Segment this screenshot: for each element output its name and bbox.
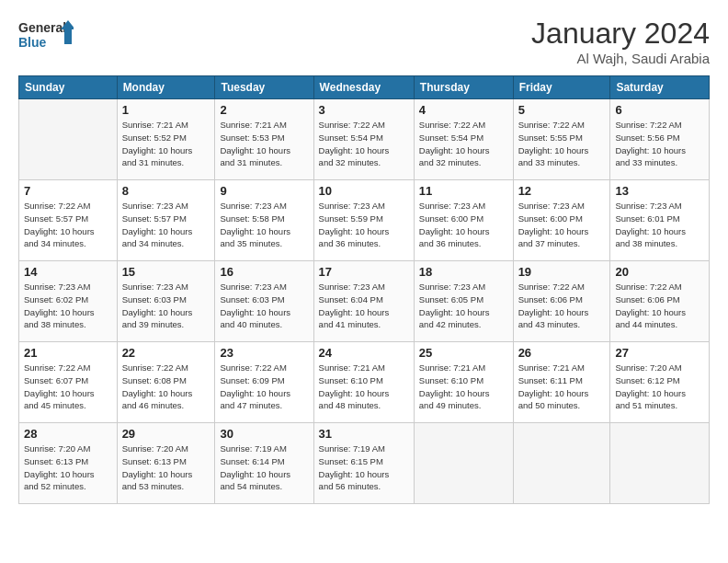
day-number: 2: [220, 103, 308, 117]
calendar-cell: 5Sunrise: 7:22 AMSunset: 5:55 PMDaylight…: [513, 99, 610, 180]
day-detail: Sunrise: 7:23 AMSunset: 6:01 PMDaylight:…: [615, 200, 704, 250]
day-number: 1: [122, 103, 210, 117]
col-monday: Monday: [117, 76, 215, 99]
day-detail: Sunrise: 7:21 AMSunset: 6:10 PMDaylight:…: [419, 362, 508, 412]
calendar-cell: 11Sunrise: 7:23 AMSunset: 6:00 PMDayligh…: [414, 180, 513, 261]
month-title: January 2024: [531, 17, 710, 51]
day-detail: Sunrise: 7:23 AMSunset: 6:05 PMDaylight:…: [419, 281, 508, 331]
logo-svg: General Blue: [18, 17, 74, 53]
day-detail: Sunrise: 7:19 AMSunset: 6:15 PMDaylight:…: [319, 442, 409, 493]
day-detail: Sunrise: 7:20 AMSunset: 6:13 PMDaylight:…: [24, 442, 112, 493]
calendar-cell: 7Sunrise: 7:22 AMSunset: 5:57 PMDaylight…: [19, 180, 118, 261]
calendar-cell: 21Sunrise: 7:22 AMSunset: 6:07 PMDayligh…: [19, 342, 118, 423]
day-detail: Sunrise: 7:21 AMSunset: 6:10 PMDaylight:…: [319, 362, 409, 412]
day-number: 18: [419, 265, 508, 279]
day-number: 11: [419, 184, 508, 198]
col-sunday: Sunday: [19, 76, 118, 99]
calendar-cell: 17Sunrise: 7:23 AMSunset: 6:04 PMDayligh…: [313, 261, 414, 342]
day-detail: Sunrise: 7:22 AMSunset: 6:06 PMDaylight:…: [518, 281, 606, 331]
calendar-cell: 23Sunrise: 7:22 AMSunset: 6:09 PMDayligh…: [215, 342, 313, 423]
day-number: 21: [24, 346, 112, 360]
calendar-cell: [610, 423, 710, 504]
day-number: 24: [319, 346, 409, 360]
calendar-cell: 22Sunrise: 7:22 AMSunset: 6:08 PMDayligh…: [117, 342, 215, 423]
calendar-cell: 29Sunrise: 7:20 AMSunset: 6:13 PMDayligh…: [117, 423, 215, 504]
day-detail: Sunrise: 7:23 AMSunset: 6:02 PMDaylight:…: [24, 281, 112, 331]
calendar-body: 1Sunrise: 7:21 AMSunset: 5:52 PMDaylight…: [19, 99, 710, 504]
calendar-cell: 14Sunrise: 7:23 AMSunset: 6:02 PMDayligh…: [19, 261, 118, 342]
calendar-cell: [414, 423, 513, 504]
calendar-week-3: 14Sunrise: 7:23 AMSunset: 6:02 PMDayligh…: [19, 261, 710, 342]
col-tuesday: Tuesday: [215, 76, 313, 99]
calendar-cell: 18Sunrise: 7:23 AMSunset: 6:05 PMDayligh…: [414, 261, 513, 342]
day-number: 16: [220, 265, 308, 279]
logo: General Blue: [18, 17, 74, 53]
day-number: 8: [122, 184, 210, 198]
calendar-cell: 31Sunrise: 7:19 AMSunset: 6:15 PMDayligh…: [313, 423, 414, 504]
header-row: Sunday Monday Tuesday Wednesday Thursday…: [19, 76, 710, 99]
day-number: 23: [220, 346, 308, 360]
calendar-cell: 1Sunrise: 7:21 AMSunset: 5:52 PMDaylight…: [117, 99, 215, 180]
day-number: 29: [122, 427, 210, 441]
day-detail: Sunrise: 7:20 AMSunset: 6:13 PMDaylight:…: [122, 442, 210, 493]
day-detail: Sunrise: 7:19 AMSunset: 6:14 PMDaylight:…: [220, 442, 308, 493]
col-saturday: Saturday: [610, 76, 710, 99]
calendar-cell: 19Sunrise: 7:22 AMSunset: 6:06 PMDayligh…: [513, 261, 610, 342]
day-detail: Sunrise: 7:21 AMSunset: 5:52 PMDaylight:…: [122, 119, 210, 169]
day-number: 31: [319, 427, 409, 441]
day-detail: Sunrise: 7:23 AMSunset: 6:04 PMDaylight:…: [319, 281, 409, 331]
calendar-cell: 13Sunrise: 7:23 AMSunset: 6:01 PMDayligh…: [610, 180, 710, 261]
day-detail: Sunrise: 7:23 AMSunset: 5:57 PMDaylight:…: [122, 200, 210, 250]
day-detail: Sunrise: 7:22 AMSunset: 6:07 PMDaylight:…: [24, 362, 112, 412]
day-number: 5: [518, 103, 606, 117]
svg-text:Blue: Blue: [18, 35, 47, 50]
calendar-cell: 20Sunrise: 7:22 AMSunset: 6:06 PMDayligh…: [610, 261, 710, 342]
day-number: 19: [518, 265, 606, 279]
calendar-header: Sunday Monday Tuesday Wednesday Thursday…: [19, 76, 710, 99]
svg-text:General: General: [18, 20, 66, 35]
calendar-cell: 25Sunrise: 7:21 AMSunset: 6:10 PMDayligh…: [414, 342, 513, 423]
day-detail: Sunrise: 7:22 AMSunset: 5:56 PMDaylight:…: [615, 119, 704, 169]
calendar-cell: 15Sunrise: 7:23 AMSunset: 6:03 PMDayligh…: [117, 261, 215, 342]
day-number: 27: [615, 346, 704, 360]
day-detail: Sunrise: 7:23 AMSunset: 6:03 PMDaylight:…: [220, 281, 308, 331]
day-detail: Sunrise: 7:22 AMSunset: 5:57 PMDaylight:…: [24, 200, 112, 250]
col-thursday: Thursday: [414, 76, 513, 99]
calendar-cell: 10Sunrise: 7:23 AMSunset: 5:59 PMDayligh…: [313, 180, 414, 261]
col-friday: Friday: [513, 76, 610, 99]
col-wednesday: Wednesday: [313, 76, 414, 99]
calendar-cell: [19, 99, 118, 180]
calendar-cell: 30Sunrise: 7:19 AMSunset: 6:14 PMDayligh…: [215, 423, 313, 504]
day-detail: Sunrise: 7:20 AMSunset: 6:12 PMDaylight:…: [615, 362, 704, 412]
day-detail: Sunrise: 7:22 AMSunset: 5:54 PMDaylight:…: [419, 119, 508, 169]
calendar-cell: 27Sunrise: 7:20 AMSunset: 6:12 PMDayligh…: [610, 342, 710, 423]
calendar-week-4: 21Sunrise: 7:22 AMSunset: 6:07 PMDayligh…: [19, 342, 710, 423]
calendar-week-1: 1Sunrise: 7:21 AMSunset: 5:52 PMDaylight…: [19, 99, 710, 180]
day-number: 13: [615, 184, 704, 198]
day-number: 22: [122, 346, 210, 360]
title-block: January 2024 Al Wajh, Saudi Arabia: [531, 17, 710, 66]
day-detail: Sunrise: 7:23 AMSunset: 6:00 PMDaylight:…: [419, 200, 508, 250]
calendar-cell: 2Sunrise: 7:21 AMSunset: 5:53 PMDaylight…: [215, 99, 313, 180]
day-number: 6: [615, 103, 704, 117]
calendar-table: Sunday Monday Tuesday Wednesday Thursday…: [18, 75, 710, 504]
day-detail: Sunrise: 7:22 AMSunset: 6:06 PMDaylight:…: [615, 281, 704, 331]
calendar-cell: 8Sunrise: 7:23 AMSunset: 5:57 PMDaylight…: [117, 180, 215, 261]
day-number: 15: [122, 265, 210, 279]
day-detail: Sunrise: 7:21 AMSunset: 5:53 PMDaylight:…: [220, 119, 308, 169]
day-detail: Sunrise: 7:23 AMSunset: 5:59 PMDaylight:…: [319, 200, 409, 250]
day-number: 26: [518, 346, 606, 360]
day-number: 28: [24, 427, 112, 441]
day-detail: Sunrise: 7:22 AMSunset: 6:09 PMDaylight:…: [220, 362, 308, 412]
page: General Blue January 2024 Al Wajh, Saudi…: [0, 0, 728, 563]
calendar-cell: 16Sunrise: 7:23 AMSunset: 6:03 PMDayligh…: [215, 261, 313, 342]
day-detail: Sunrise: 7:22 AMSunset: 5:55 PMDaylight:…: [518, 119, 606, 169]
day-number: 20: [615, 265, 704, 279]
day-detail: Sunrise: 7:23 AMSunset: 5:58 PMDaylight:…: [220, 200, 308, 250]
day-detail: Sunrise: 7:21 AMSunset: 6:11 PMDaylight:…: [518, 362, 606, 412]
calendar-week-2: 7Sunrise: 7:22 AMSunset: 5:57 PMDaylight…: [19, 180, 710, 261]
day-number: 7: [24, 184, 112, 198]
calendar-cell: 28Sunrise: 7:20 AMSunset: 6:13 PMDayligh…: [19, 423, 118, 504]
day-number: 17: [319, 265, 409, 279]
day-detail: Sunrise: 7:22 AMSunset: 6:08 PMDaylight:…: [122, 362, 210, 412]
